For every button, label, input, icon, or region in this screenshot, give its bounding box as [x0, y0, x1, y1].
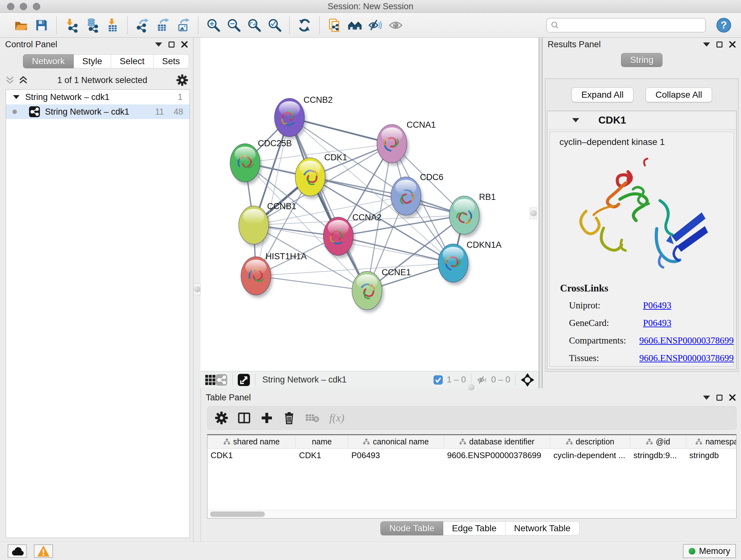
detach-view-icon[interactable]: [238, 374, 250, 386]
hidden-elements-icon[interactable]: [476, 374, 488, 386]
tab-edge-table[interactable]: Edge Table: [443, 521, 506, 536]
float-panel-icon[interactable]: [169, 42, 175, 48]
float-panel-icon[interactable]: [717, 42, 723, 48]
network-options-gear-icon[interactable]: [177, 74, 188, 86]
collapse-all-networks-icon[interactable]: [18, 75, 28, 85]
share-document-button[interactable]: [325, 15, 344, 35]
crosslink-value-link[interactable]: 9606.ENSP00000378699: [639, 349, 734, 367]
export-image-button[interactable]: [174, 15, 192, 35]
column-header-database-identifier[interactable]: database identifier: [444, 435, 550, 448]
right-splitter[interactable]: [539, 38, 542, 388]
column-header-canonical-name[interactable]: canonical name: [348, 435, 444, 448]
search-input[interactable]: [559, 20, 701, 30]
crosslink-value-link[interactable]: P06493: [643, 314, 671, 332]
refresh-view-button[interactable]: [295, 15, 314, 35]
close-panel-icon[interactable]: [729, 394, 736, 401]
graph-node-CCNB1[interactable]: [239, 206, 271, 247]
collapse-all-button[interactable]: Collapse All: [646, 87, 712, 102]
graph-node-CCNB2[interactable]: [274, 98, 307, 139]
help-button[interactable]: ?: [716, 17, 732, 34]
tab-select[interactable]: Select: [111, 54, 153, 68]
import-network-from-file-button[interactable]: [62, 15, 81, 35]
delete-table-icon-disabled[interactable]: [305, 413, 320, 423]
column-header-name[interactable]: name: [296, 435, 348, 448]
panel-menu-icon[interactable]: [703, 395, 710, 400]
left-splitter-handle[interactable]: [193, 284, 201, 295]
export-table-button[interactable]: [153, 15, 172, 35]
table-horizontal-scrollbar[interactable]: [207, 510, 736, 518]
collection-expand-icon[interactable]: [13, 95, 19, 99]
network-view-share-icon[interactable]: [216, 374, 227, 386]
graph-node-CCNA2[interactable]: [323, 217, 355, 258]
graph-node-RB1[interactable]: [449, 196, 481, 237]
graph-edge-CDK1-RB1[interactable]: [310, 177, 464, 215]
zoom-out-button[interactable]: [224, 15, 243, 35]
column-header-namespace[interactable]: namespace: [686, 435, 737, 448]
table-cell[interactable]: CDK1: [207, 450, 296, 460]
table-cell[interactable]: P06493: [348, 450, 444, 460]
crosslink-value-link[interactable]: P06493: [643, 297, 671, 314]
float-panel-icon[interactable]: [717, 395, 723, 401]
import-network-from-database-button[interactable]: [83, 15, 101, 35]
selected-checkbox-icon[interactable]: [433, 375, 443, 385]
import-table-from-file-button[interactable]: [103, 15, 122, 35]
tab-network[interactable]: Network: [23, 54, 74, 68]
grid-view-icon[interactable]: [205, 374, 216, 385]
column-header--id[interactable]: @id: [630, 435, 686, 448]
crosslinks-section: CrossLinks Uniprot:P06493GeneCard:P06493…: [550, 283, 734, 367]
graph-node-CDKN1A[interactable]: [438, 244, 470, 285]
export-network-button[interactable]: [133, 15, 151, 35]
expand-all-button[interactable]: Expand All: [571, 87, 633, 102]
fit-content-button[interactable]: [245, 15, 263, 35]
graph-node-CCNE1[interactable]: [352, 271, 384, 313]
save-session-button[interactable]: [32, 15, 51, 35]
cloud-status-button[interactable]: [8, 544, 27, 558]
panel-menu-icon[interactable]: [155, 43, 162, 47]
table-export-icon: [155, 18, 170, 33]
graph-edge-CCNA2-CDKN1A[interactable]: [338, 236, 453, 263]
show-all-button[interactable]: [387, 15, 405, 35]
column-header-shared-name[interactable]: shared name: [207, 435, 296, 448]
network-canvas[interactable]: CCNB2CCNA1CDC25BCDK1CDC6RB1CCNB1CCNA2CDK…: [200, 38, 539, 371]
delete-column-icon[interactable]: [283, 412, 295, 424]
show-columns-icon[interactable]: [238, 411, 251, 425]
tab-style[interactable]: Style: [74, 54, 111, 68]
entry-collapse-icon[interactable]: [572, 118, 579, 122]
table-cell[interactable]: cyclin-dependent ...: [550, 450, 630, 460]
close-panel-icon[interactable]: [181, 41, 188, 48]
add-column-icon[interactable]: [260, 412, 273, 424]
table-cell[interactable]: stringdb: [686, 450, 737, 460]
memory-button[interactable]: Memory: [683, 544, 736, 558]
graph-node-HIST1H1A[interactable]: [241, 257, 273, 298]
panel-menu-icon[interactable]: [703, 43, 710, 47]
birds-eye-view-icon[interactable]: [521, 373, 534, 387]
table-cell[interactable]: CDK1: [296, 450, 348, 460]
home-button[interactable]: [346, 15, 364, 35]
scrollbar-thumb[interactable]: [210, 511, 265, 517]
right-splitter-handle[interactable]: [530, 207, 537, 219]
tab-node-table[interactable]: Node Table: [381, 521, 443, 536]
network-collection-row[interactable]: String Network – cdk1 1: [6, 90, 190, 105]
crosslink-value-link[interactable]: 9606.ENSP00000378699: [639, 332, 734, 349]
table-row[interactable]: CDK1CDK1P064939606.ENSP00000378699cyclin…: [207, 449, 736, 462]
column-header-description[interactable]: description: [550, 435, 630, 448]
table-cell[interactable]: 9606.ENSP00000378699: [444, 450, 550, 460]
hide-selected-button[interactable]: [366, 15, 385, 35]
network-view[interactable]: CCNB2CCNA1CDC25BCDK1CDC6RB1CCNB1CCNA2CDK…: [200, 38, 539, 388]
zoom-in-button[interactable]: [204, 15, 222, 35]
close-panel-icon[interactable]: [729, 41, 736, 48]
open-session-button[interactable]: [12, 15, 30, 35]
graph-node-CDK1[interactable]: [295, 158, 327, 199]
function-builder-icon-disabled[interactable]: f(x): [329, 412, 344, 424]
tab-sets[interactable]: Sets: [153, 54, 189, 68]
zoom-selected-button[interactable]: [265, 15, 284, 35]
network-row[interactable]: String Network – cdk1 11 48: [6, 105, 190, 119]
tab-network-table[interactable]: Network Table: [506, 521, 580, 536]
tab-string[interactable]: String: [621, 53, 662, 67]
table-cell[interactable]: stringdb:9...: [630, 450, 686, 460]
warnings-button[interactable]: [34, 544, 53, 558]
table-options-gear-icon[interactable]: [215, 412, 228, 424]
expand-all-networks-icon[interactable]: [5, 75, 15, 85]
horizontal-splitter-handle[interactable]: [465, 384, 477, 390]
graph-node-CCNA1[interactable]: [377, 125, 409, 166]
